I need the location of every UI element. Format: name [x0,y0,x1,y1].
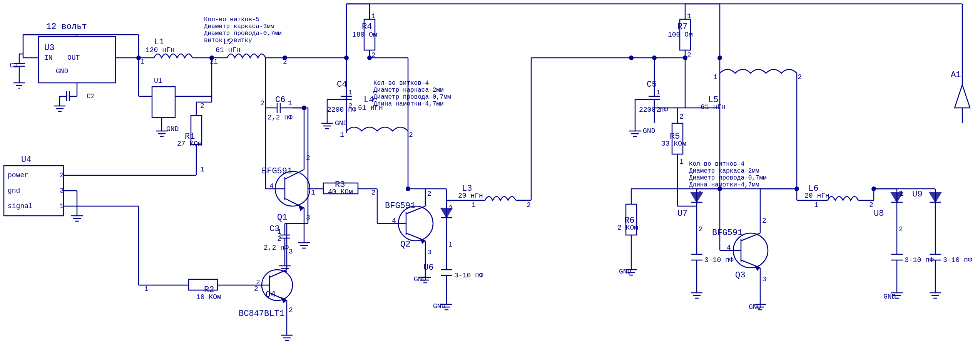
u4-power: power [8,171,28,179]
svg-point-316 [283,55,287,60]
svg-marker-79 [298,204,304,211]
svg-point-312 [367,55,372,60]
svg-text:1: 1 [277,228,281,236]
l6-value: 20 нГн [804,192,829,200]
svg-text:1: 1 [448,241,453,249]
svg-rect-47 [152,87,175,118]
svg-point-322 [871,186,876,191]
svg-point-330 [652,55,657,60]
svg-text:1: 1 [214,58,218,65]
svg-text:1: 1 [656,89,661,96]
svg-text:2: 2 [371,189,376,196]
l4-label: L4 [364,95,374,105]
q2-type: BFG591 [385,201,415,211]
u3-out: OUT [67,54,80,62]
trim-c3-label: 3-10 пФ [905,256,934,264]
svg-point-317 [302,106,306,110]
l5-value: 61 нГн [701,103,726,111]
u4-pin2: 2 [60,171,64,179]
q2-label: Q2 [400,240,410,249]
svg-text:1: 1 [140,58,145,65]
l5-info-2: Диаметр каркаса-2мм [689,168,759,175]
trim-c-label: 3-10 пФ [454,272,483,279]
q3-type: BFG591 [712,228,743,238]
svg-text:1: 1 [900,190,904,198]
svg-text:2: 2 [348,102,353,110]
svg-point-329 [629,55,634,60]
c5-gnd: GND [643,127,655,135]
svg-text:3: 3 [289,248,293,255]
u1-label: U1 [154,77,162,85]
r3-value: 40 КОм [328,188,353,196]
svg-point-315 [209,55,214,60]
c6-value: 2,2 пФ [268,114,293,121]
voltage-label: 12 вольт [46,22,87,32]
svg-text:1: 1 [687,12,691,20]
l5-info-3: Диаметр провода-0,7мм [689,175,767,181]
u8-label: U8 [874,209,884,218]
schematic-container: 12 вольт U3 IN OUT GND C1 C2 [0,0,980,361]
r6-value: 2 КОм [617,224,638,232]
q1-label: Q1 [277,213,287,222]
l2-info-1: Кол-во витков-5 [204,16,259,23]
svg-text:1: 1 [144,285,149,293]
svg-text:2: 2 [699,225,703,233]
u3-in: IN [44,54,53,62]
svg-text:1: 1 [814,201,818,209]
l2-info-4: виток к витку [204,37,252,44]
l2-value: 61 нГн [216,46,241,54]
c1-label: C1 [10,62,18,69]
r2-value: 10 КОм [196,293,221,301]
svg-text:2: 2 [448,204,453,212]
trim-c2-label: 3-10 пФ [704,256,734,264]
r7-value: 100 Ом [668,31,693,39]
u6-label: U6 [423,263,433,272]
svg-text:1: 1 [311,189,315,196]
c2-label: C2 [87,92,95,100]
trim-c4-label: 3-10 пФ [943,256,972,264]
svg-text:2: 2 [289,306,293,314]
svg-text:2: 2 [277,235,281,243]
svg-text:2: 2 [409,131,413,139]
a1-label: A1 [951,70,961,80]
svg-text:2: 2 [687,51,691,59]
svg-text:2: 2 [899,225,903,233]
svg-text:1: 1 [340,131,344,139]
svg-text:2: 2 [798,73,802,81]
u7-label: U7 [677,209,687,218]
r4-value: 180 Ом [352,31,377,39]
q3-label: Q3 [735,270,745,280]
u8-gnd: GND [883,293,896,301]
svg-marker-307 [955,85,970,108]
q3-gnd: GND [749,303,761,311]
q1-type: BFG591 [262,166,292,176]
svg-point-313 [406,186,410,191]
svg-text:1: 1 [288,99,292,107]
svg-text:2: 2 [656,106,661,114]
svg-point-311 [344,55,349,60]
svg-text:1: 1 [371,12,376,20]
u4-pin3: 3 [60,187,64,195]
r1-value: 27 КОм [177,140,202,148]
svg-text:2: 2 [200,102,204,110]
c5-value: 2200 пФ [639,106,668,114]
svg-text:3: 3 [427,249,431,256]
svg-text:2: 2 [260,99,264,107]
svg-point-320 [717,186,722,191]
svg-text:2: 2 [254,285,258,293]
l4-info-3: Диаметр провода-0,7мм [373,94,451,101]
c4-gnd: GND [335,119,347,127]
svg-text:1: 1 [200,166,204,173]
l1-label: L1 [154,37,164,47]
u1-gnd-label: GND [166,125,179,133]
r7-label: R7 [677,22,687,32]
svg-text:2: 2 [762,217,766,225]
svg-text:2: 2 [427,190,431,198]
u4-gnd: gnd [8,187,20,195]
svg-text:1: 1 [348,89,353,96]
l2-info-3: Диаметр провода-0,7мм [204,30,282,37]
svg-text:1: 1 [679,158,684,166]
q4-type: BC847BLT1 [239,309,284,319]
l4-info-1: Кол-во витков-4 [373,80,429,87]
u9-label: U9 [912,190,922,199]
